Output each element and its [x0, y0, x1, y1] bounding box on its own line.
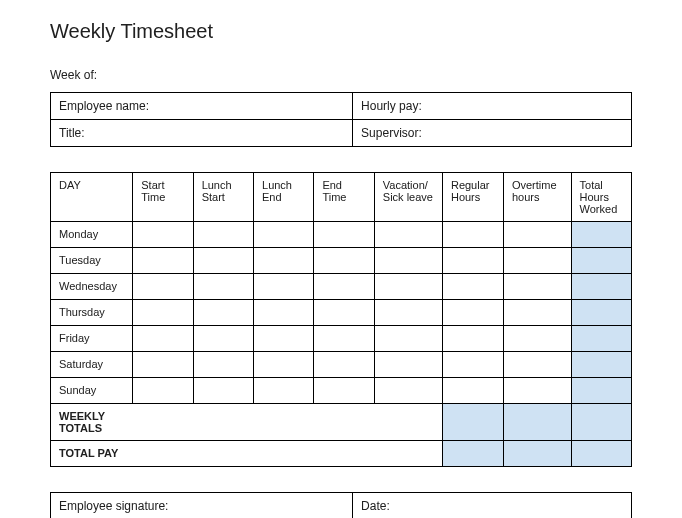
day-cell: Monday	[51, 222, 133, 248]
data-cell	[503, 222, 571, 248]
total-hours-cell	[571, 248, 631, 274]
day-cell: Friday	[51, 326, 133, 352]
empty-cell	[254, 404, 314, 441]
data-cell	[193, 352, 253, 378]
data-cell	[374, 352, 442, 378]
empty-cell	[193, 441, 253, 467]
data-cell	[133, 352, 193, 378]
weekly-totals-overtime	[503, 404, 571, 441]
header-lunch-end: Lunch End	[254, 173, 314, 222]
header-overtime: Overtime hours	[503, 173, 571, 222]
data-cell	[442, 222, 503, 248]
data-cell	[314, 248, 374, 274]
empty-cell	[314, 404, 374, 441]
day-cell: Wednesday	[51, 274, 133, 300]
timesheet-header-row: DAY Start Time Lunch Start Lunch End End…	[51, 173, 632, 222]
total-pay-overtime	[503, 441, 571, 467]
data-cell	[503, 274, 571, 300]
data-cell	[193, 222, 253, 248]
hourly-pay-label: Hourly pay:	[353, 93, 632, 120]
table-row: Monday	[51, 222, 632, 248]
total-hours-cell	[571, 352, 631, 378]
total-pay-regular	[442, 441, 503, 467]
data-cell	[503, 326, 571, 352]
data-cell	[442, 248, 503, 274]
data-cell	[374, 222, 442, 248]
empty-cell	[254, 441, 314, 467]
data-cell	[254, 352, 314, 378]
data-cell	[133, 248, 193, 274]
employee-name-label: Employee name:	[51, 93, 353, 120]
week-of-label: Week of:	[50, 68, 632, 82]
title-label: Title:	[51, 120, 353, 147]
data-cell	[133, 300, 193, 326]
employee-signature-date-label: Date:	[353, 493, 632, 519]
weekly-totals-row: WEEKLY TOTALS	[51, 404, 632, 441]
header-vacation: Vacation/ Sick leave	[374, 173, 442, 222]
weekly-totals-total	[571, 404, 631, 441]
table-row: Tuesday	[51, 248, 632, 274]
data-cell	[193, 248, 253, 274]
data-cell	[254, 274, 314, 300]
data-cell	[254, 248, 314, 274]
day-cell: Tuesday	[51, 248, 133, 274]
table-row: Saturday	[51, 352, 632, 378]
header-total: Total Hours Worked	[571, 173, 631, 222]
empty-cell	[193, 404, 253, 441]
data-cell	[503, 352, 571, 378]
data-cell	[254, 222, 314, 248]
data-cell	[442, 300, 503, 326]
data-cell	[193, 378, 253, 404]
data-cell	[254, 378, 314, 404]
info-row: Title: Supervisor:	[51, 120, 632, 147]
table-row: Friday	[51, 326, 632, 352]
day-cell: Sunday	[51, 378, 133, 404]
weekly-totals-regular	[442, 404, 503, 441]
day-cell: Saturday	[51, 352, 133, 378]
data-cell	[193, 300, 253, 326]
total-pay-label: TOTAL PAY	[51, 441, 133, 467]
total-pay-total	[571, 441, 631, 467]
data-cell	[374, 326, 442, 352]
total-hours-cell	[571, 326, 631, 352]
table-row: Thursday	[51, 300, 632, 326]
data-cell	[503, 248, 571, 274]
data-cell	[374, 300, 442, 326]
day-cell: Thursday	[51, 300, 133, 326]
data-cell	[374, 274, 442, 300]
empty-cell	[314, 441, 374, 467]
header-start-time: Start Time	[133, 173, 193, 222]
data-cell	[314, 352, 374, 378]
data-cell	[374, 248, 442, 274]
data-cell	[254, 300, 314, 326]
data-cell	[442, 274, 503, 300]
data-cell	[442, 352, 503, 378]
data-cell	[314, 300, 374, 326]
supervisor-label: Supervisor:	[353, 120, 632, 147]
data-cell	[314, 326, 374, 352]
timesheet-table: DAY Start Time Lunch Start Lunch End End…	[50, 172, 632, 467]
header-lunch-start: Lunch Start	[193, 173, 253, 222]
data-cell	[314, 378, 374, 404]
employee-signature-label: Employee signature:	[51, 493, 353, 519]
data-cell	[374, 378, 442, 404]
weekly-totals-label: WEEKLY TOTALS	[51, 404, 133, 441]
header-regular: Regular Hours	[442, 173, 503, 222]
total-hours-cell	[571, 300, 631, 326]
total-pay-row: TOTAL PAY	[51, 441, 632, 467]
table-row: Wednesday	[51, 274, 632, 300]
total-hours-cell	[571, 378, 631, 404]
empty-cell	[133, 404, 193, 441]
empty-cell	[374, 404, 442, 441]
data-cell	[133, 378, 193, 404]
data-cell	[133, 274, 193, 300]
signature-table: Employee signature: Date: Supervisor sig…	[50, 492, 632, 518]
data-cell	[193, 326, 253, 352]
total-hours-cell	[571, 274, 631, 300]
data-cell	[314, 222, 374, 248]
total-hours-cell	[571, 222, 631, 248]
data-cell	[254, 326, 314, 352]
header-end-time: End Time	[314, 173, 374, 222]
page-title: Weekly Timesheet	[50, 20, 632, 43]
data-cell	[193, 274, 253, 300]
